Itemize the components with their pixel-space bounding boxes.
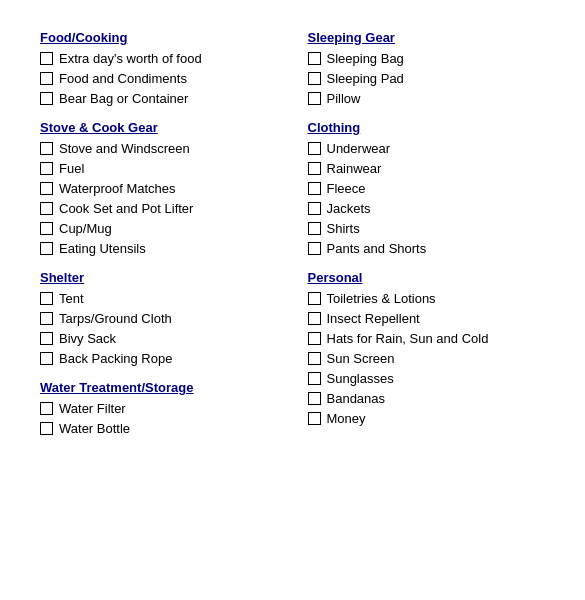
- item-label: Waterproof Matches: [59, 181, 176, 196]
- column-0: Food/CookingExtra day's worth of foodFoo…: [40, 30, 298, 441]
- item-label: Toiletries & Lotions: [327, 291, 436, 306]
- checkbox[interactable]: [40, 402, 53, 415]
- checkbox[interactable]: [40, 142, 53, 155]
- section-title-0-0: Food/Cooking: [40, 30, 278, 45]
- list-item: Cook Set and Pot Lifter: [40, 201, 278, 216]
- list-item: Bivy Sack: [40, 331, 278, 346]
- checkbox[interactable]: [308, 292, 321, 305]
- checkbox[interactable]: [308, 352, 321, 365]
- checkbox[interactable]: [40, 332, 53, 345]
- item-label: Sleeping Pad: [327, 71, 404, 86]
- checkbox[interactable]: [40, 162, 53, 175]
- section-title-0-1: Stove & Cook Gear: [40, 120, 278, 135]
- item-label: Cook Set and Pot Lifter: [59, 201, 193, 216]
- checkbox[interactable]: [308, 92, 321, 105]
- item-label: Fuel: [59, 161, 84, 176]
- checkbox[interactable]: [40, 422, 53, 435]
- list-item: Bear Bag or Container: [40, 91, 278, 106]
- item-label: Extra day's worth of food: [59, 51, 202, 66]
- item-label: Water Bottle: [59, 421, 130, 436]
- item-label: Jackets: [327, 201, 371, 216]
- item-label: Tarps/Ground Cloth: [59, 311, 172, 326]
- item-label: Sleeping Bag: [327, 51, 404, 66]
- section-title-0-3: Water Treatment/Storage: [40, 380, 278, 395]
- list-item: Pants and Shorts: [308, 241, 546, 256]
- item-label: Sun Screen: [327, 351, 395, 366]
- checkbox[interactable]: [40, 352, 53, 365]
- checklist-page: Food/CookingExtra day's worth of foodFoo…: [40, 30, 545, 441]
- item-label: Cup/Mug: [59, 221, 112, 236]
- checkbox[interactable]: [308, 242, 321, 255]
- checkbox[interactable]: [308, 312, 321, 325]
- checkbox[interactable]: [308, 72, 321, 85]
- item-label: Pillow: [327, 91, 361, 106]
- list-item: Tarps/Ground Cloth: [40, 311, 278, 326]
- checkbox[interactable]: [40, 52, 53, 65]
- list-item: Fleece: [308, 181, 546, 196]
- section-title-0-2: Shelter: [40, 270, 278, 285]
- item-label: Bivy Sack: [59, 331, 116, 346]
- list-item: Water Filter: [40, 401, 278, 416]
- item-label: Back Packing Rope: [59, 351, 172, 366]
- list-item: Bandanas: [308, 391, 546, 406]
- list-item: Tent: [40, 291, 278, 306]
- list-item: Stove and Windscreen: [40, 141, 278, 156]
- list-item: Shirts: [308, 221, 546, 236]
- item-label: Hats for Rain, Sun and Cold: [327, 331, 489, 346]
- checkbox[interactable]: [308, 392, 321, 405]
- list-item: Food and Condiments: [40, 71, 278, 86]
- list-item: Hats for Rain, Sun and Cold: [308, 331, 546, 346]
- item-label: Stove and Windscreen: [59, 141, 190, 156]
- list-item: Underwear: [308, 141, 546, 156]
- checkbox[interactable]: [308, 162, 321, 175]
- list-item: Sleeping Bag: [308, 51, 546, 66]
- item-label: Bear Bag or Container: [59, 91, 188, 106]
- item-label: Sunglasses: [327, 371, 394, 386]
- list-item: Pillow: [308, 91, 546, 106]
- checkbox[interactable]: [308, 412, 321, 425]
- checkbox[interactable]: [40, 182, 53, 195]
- item-label: Fleece: [327, 181, 366, 196]
- item-label: Rainwear: [327, 161, 382, 176]
- item-label: Insect Repellent: [327, 311, 420, 326]
- item-label: Eating Utensils: [59, 241, 146, 256]
- list-item: Water Bottle: [40, 421, 278, 436]
- section-title-1-2: Personal: [308, 270, 546, 285]
- item-label: Underwear: [327, 141, 391, 156]
- list-item: Sleeping Pad: [308, 71, 546, 86]
- list-item: Insect Repellent: [308, 311, 546, 326]
- list-item: Sun Screen: [308, 351, 546, 366]
- checkbox[interactable]: [308, 142, 321, 155]
- item-label: Money: [327, 411, 366, 426]
- checkbox[interactable]: [308, 332, 321, 345]
- section-title-1-0: Sleeping Gear: [308, 30, 546, 45]
- checkbox[interactable]: [40, 222, 53, 235]
- checkbox[interactable]: [308, 52, 321, 65]
- checkbox[interactable]: [40, 202, 53, 215]
- list-item: Back Packing Rope: [40, 351, 278, 366]
- column-1: Sleeping GearSleeping BagSleeping PadPil…: [298, 30, 546, 441]
- section-title-1-1: Clothing: [308, 120, 546, 135]
- checkbox[interactable]: [308, 222, 321, 235]
- checkbox[interactable]: [40, 312, 53, 325]
- item-label: Shirts: [327, 221, 360, 236]
- list-item: Money: [308, 411, 546, 426]
- list-item: Cup/Mug: [40, 221, 278, 236]
- checkbox[interactable]: [40, 92, 53, 105]
- item-label: Pants and Shorts: [327, 241, 427, 256]
- list-item: Rainwear: [308, 161, 546, 176]
- checkbox[interactable]: [40, 292, 53, 305]
- list-item: Jackets: [308, 201, 546, 216]
- checkbox[interactable]: [308, 202, 321, 215]
- item-label: Food and Condiments: [59, 71, 187, 86]
- item-label: Tent: [59, 291, 84, 306]
- checkbox[interactable]: [40, 242, 53, 255]
- checkbox[interactable]: [40, 72, 53, 85]
- list-item: Eating Utensils: [40, 241, 278, 256]
- checkbox[interactable]: [308, 372, 321, 385]
- list-item: Sunglasses: [308, 371, 546, 386]
- item-label: Bandanas: [327, 391, 386, 406]
- list-item: Waterproof Matches: [40, 181, 278, 196]
- list-item: Toiletries & Lotions: [308, 291, 546, 306]
- checkbox[interactable]: [308, 182, 321, 195]
